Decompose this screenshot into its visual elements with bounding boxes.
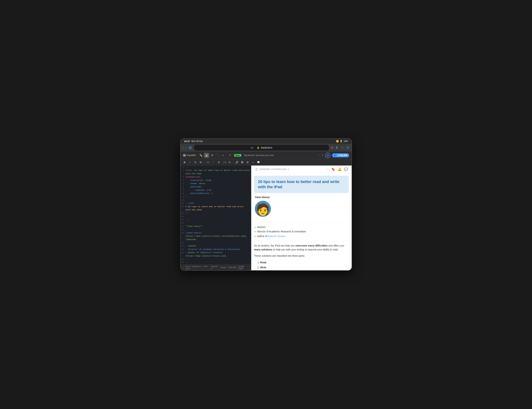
- preview-panel[interactable]: 🕐 CHANGED 13 HOURS AGO ℹ ♡ 🔖 🔔 💬 20 tips…: [251, 165, 352, 270]
- length-info: Length: 10653: [238, 265, 249, 270]
- url-text: hackmd.io: [261, 146, 272, 149]
- strikethrough-button[interactable]: S: [193, 160, 198, 165]
- body-paragraph-1: As as student, the iPad can help you ove…: [254, 244, 349, 252]
- forward-button[interactable]: ›: [186, 146, 187, 150]
- like-icon[interactable]: ♡: [326, 167, 329, 171]
- bookmarks-icon[interactable]: ⊞: [189, 145, 192, 150]
- editor-mode-icons: ✏️ ▦ 👁: [198, 153, 215, 158]
- line-9: 9 ---: [180, 195, 251, 199]
- checkbox-button[interactable]: ☑: [227, 160, 232, 165]
- ordered-item-read: Read,: [260, 260, 346, 265]
- add-button[interactable]: ＋: [221, 153, 226, 158]
- toolbar-right: ··· ⤴ ⏻ 👥 1 ONLINE: [318, 153, 349, 158]
- line-23b: (https://www.ralentirtravaux.com): [180, 254, 251, 258]
- status-bar: 10:27 Mon 28 Dec 📶 🔋 19%: [180, 139, 352, 144]
- line-10: 10: [180, 199, 251, 202]
- bold-solutions: many solutions: [254, 248, 273, 251]
- status-date: Mon 28 Dec: [191, 140, 203, 143]
- line-12: 12 # 20 tips to learn how to better read…: [180, 205, 251, 208]
- preview-header: 20 tips to learn how to better read and …: [254, 176, 349, 193]
- meta-left: 🕐 CHANGED 13 HOURS AGO ℹ: [255, 168, 289, 171]
- comment-button[interactable]: 💬: [256, 160, 261, 165]
- unordered-list-button[interactable]: ☰: [217, 160, 221, 165]
- status-check: ✓: [182, 266, 184, 269]
- fmt-divider-2: [233, 161, 233, 164]
- share-icon[interactable]: ⤴: [322, 154, 323, 157]
- editor-scroll[interactable]: 1 --- 2 title: 20 tips to learn how to b…: [180, 165, 251, 264]
- pencil-mode-icon[interactable]: ✏️: [198, 153, 203, 158]
- line-19c: =200x190): [180, 238, 251, 241]
- bullet-item-author: author of Ralentir travaux: [257, 234, 349, 238]
- line-1: 1 ---: [180, 165, 251, 169]
- link-button[interactable]: 🔗: [235, 160, 239, 165]
- bookmark-meta-icon[interactable]: 🔖: [331, 167, 335, 171]
- line-15: 15 ---: [180, 218, 251, 221]
- line-5: 5 theme: white: [180, 182, 251, 185]
- line-4: 4 transition: slide: [180, 179, 251, 182]
- url-bar[interactable]: AA 🔒 hackmd.io: [194, 145, 329, 151]
- line-13: 13 :::: [180, 211, 251, 215]
- code-table: 1 --- 2 title: 20 tips to learn how to b…: [180, 165, 251, 264]
- hackmd-logo: MD: [183, 154, 186, 157]
- bold-button[interactable]: B: [182, 160, 187, 165]
- table-button[interactable]: ⊞: [245, 160, 250, 165]
- refresh-icon[interactable]: ↻: [331, 146, 333, 149]
- heading-button[interactable]: H: [199, 160, 203, 165]
- ordered-list-button[interactable]: ⋮≡: [222, 160, 227, 165]
- line-11: 11 :::info: [180, 202, 251, 205]
- wifi-icon: 📶: [336, 140, 339, 143]
- line-18: 18: [180, 228, 251, 231]
- bell-icon[interactable]: 🔔: [338, 167, 342, 171]
- back-button[interactable]: ‹: [183, 146, 184, 150]
- line-16: 16: [180, 221, 251, 225]
- line-12b: with the iPad: [180, 208, 251, 211]
- quote-button[interactable]: ": [211, 160, 216, 165]
- comment-meta-icon[interactable]: 💬: [344, 167, 348, 171]
- bookmark-save-text: "Bookmark" and save your note: [244, 154, 274, 157]
- line-22: 22 - director of Academic Research & Inn…: [180, 248, 251, 251]
- image-button[interactable]: 🖼: [240, 160, 245, 165]
- line-19: 19 ![Yann Houry]: [180, 231, 251, 235]
- line-3: 3 slideOptions:: [180, 175, 251, 179]
- help-button[interactable]: ?: [228, 153, 232, 158]
- editor-panel: 1 --- 2 title: 20 tips to learn how to b…: [180, 165, 251, 270]
- spaces-info: Spaces: 4: [211, 265, 219, 270]
- preview-meta: 🕐 CHANGED 13 HOURS AGO ℹ ♡ 🔖 🔔 💬: [251, 165, 352, 173]
- power-button[interactable]: ⏻: [325, 153, 330, 158]
- toolbar-divider: [218, 154, 218, 157]
- code-button[interactable]: <>: [206, 160, 210, 165]
- nav-buttons: ‹ ›: [183, 146, 187, 150]
- ralentir-link[interactable]: Ralentir travaux: [268, 235, 285, 237]
- preview-mode-icon[interactable]: 👁: [210, 153, 215, 158]
- bullet-item-teacher: teacher: [257, 225, 349, 229]
- line-content: ---: [185, 165, 251, 169]
- status-time: 10:27: [184, 140, 190, 143]
- battery-icon: 🔋: [340, 140, 342, 143]
- breaks-info: Breaks: [220, 266, 226, 269]
- line-24: 24: [180, 258, 251, 261]
- editor-status: ✓ Line 1, Columns 1 — 381 Lines Spaces: …: [180, 264, 251, 270]
- app-toolbar: MD HackMD ✏️ ▦ 👁 ＋ ? New! "Bookmark" and…: [180, 152, 352, 159]
- ellipsis-icon[interactable]: ···: [318, 154, 320, 157]
- fmt-divider-1: [204, 161, 205, 164]
- bullet-item-director: director of Academic Research & Innovati…: [257, 229, 349, 234]
- preview-divider-2: [254, 241, 349, 241]
- browser-chrome: ‹ › ⊞ AA 🔒 hackmd.io ↻ ⬆ ＋ ⊡: [180, 144, 352, 152]
- split-mode-icon[interactable]: ▦: [204, 153, 209, 158]
- line-8: 8 allottedMinutes: 1: [180, 192, 251, 195]
- new-badge: New!: [234, 154, 241, 157]
- main-content: 1 --- 2 title: 20 tips to learn how to b…: [180, 165, 352, 270]
- ordered-item-write: Write: [260, 265, 346, 270]
- lock-icon: 🔒: [257, 146, 259, 149]
- line-23: 23 - author of [Ralentir travaux]: [180, 251, 251, 254]
- line-7: 7 enabled: true: [180, 189, 251, 192]
- add-tab-icon[interactable]: ＋: [341, 145, 344, 150]
- app-logo: MD HackMD: [183, 154, 196, 157]
- author-avatar: 🧑: [255, 201, 271, 217]
- italic-button[interactable]: I: [188, 160, 192, 165]
- share-action-icon[interactable]: ⬆: [335, 146, 338, 150]
- line-2b: with the iPad: [180, 172, 251, 175]
- hr-button[interactable]: —: [251, 160, 255, 165]
- tabs-icon[interactable]: ⊡: [346, 146, 349, 150]
- bold-overcome: overcome many difficulties: [295, 244, 328, 247]
